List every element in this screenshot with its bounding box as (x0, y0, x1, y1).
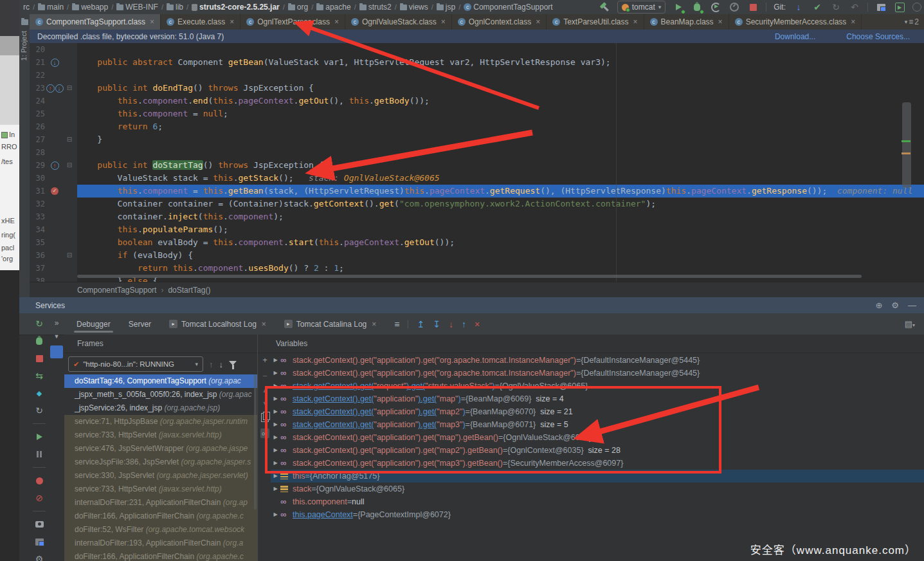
drop-frame-icon[interactable] (34, 475, 44, 486)
layout-icon[interactable] (34, 537, 44, 547)
expand-arrow-icon[interactable]: ▶ (271, 354, 280, 367)
variable-row[interactable]: ▶∞stack.getContext().get("application").… (271, 457, 924, 470)
fold-icon[interactable]: ⊟ (64, 133, 75, 146)
variable-row[interactable]: ▶stack = {OgnlValueStack@6065} (271, 483, 924, 495)
variable-row[interactable]: ▶∞stack.getContext().get("application").… (271, 444, 924, 457)
code-line[interactable]: 24 this.component.end(this.pageContext.g… (30, 95, 924, 107)
expand-arrow-icon[interactable]: ▶ (271, 470, 280, 483)
variable-row[interactable]: ▶∞stack.getContext().get("application").… (271, 405, 924, 418)
editor-tab[interactable]: OgnlValueStack.class× (345, 14, 452, 30)
code-editor[interactable]: 2021↓ public abstract Component getBean(… (30, 43, 924, 282)
clear-log-icon[interactable]: × (475, 319, 480, 329)
minimize-icon[interactable]: — (908, 300, 916, 310)
close-icon[interactable]: × (633, 17, 638, 26)
override-icon[interactable]: ↑ (46, 84, 55, 93)
code-line[interactable]: 26 return 6; (30, 120, 924, 133)
code-line[interactable]: 23↑↓⊟ public int doEndTag() throws JspEx… (30, 82, 924, 95)
remove-watch-icon[interactable]: − (262, 371, 267, 381)
thread-selector[interactable]: ✔ "http-nio-80...in": RUNNING ▾ (68, 356, 203, 372)
fold-icon[interactable]: ⊟ (64, 159, 75, 172)
frame-down-icon[interactable]: ↓ (219, 360, 224, 369)
service-tab[interactable]: Debugger (68, 313, 120, 335)
close-icon[interactable]: × (441, 17, 446, 26)
code-line[interactable]: 34 this.populateParams(); (30, 223, 924, 236)
frame-row[interactable]: internalDoFilter:193, ApplicationFilterC… (64, 537, 257, 550)
mute-breakpoints-icon[interactable]: ⊘ (34, 493, 44, 503)
variable-row[interactable]: ▶∞stack.getContext().get("application").… (271, 418, 924, 431)
settings-gear-icon[interactable]: ⚙ (34, 554, 44, 561)
search-everywhere-icon[interactable] (912, 3, 921, 12)
variable-row[interactable]: ▶this = {AnchorTag@5175} (271, 470, 924, 483)
breadcrumb-item[interactable]: struts2 (359, 3, 392, 12)
frame-row[interactable]: _jspx_meth_s_005fa_005f0:26, index_jsp (… (64, 388, 257, 401)
code-line[interactable]: 20 (30, 43, 924, 56)
hidden-actions-icon[interactable]: » (55, 318, 59, 327)
expand-arrow-icon[interactable]: ▶ (271, 444, 280, 457)
stop-icon[interactable] (34, 353, 44, 363)
upload-icon[interactable]: ↑ (462, 319, 466, 329)
move-down-icon[interactable]: ▼ (262, 400, 268, 407)
hidden-tabs-indicator[interactable]: ▾≡2 (900, 14, 924, 30)
gear-icon[interactable]: ⚙ (891, 300, 899, 310)
choose-sources-link[interactable]: Choose Sources... (846, 32, 910, 41)
expand-arrow-icon[interactable]: ▶ (271, 392, 280, 405)
code-line[interactable]: 27⊟ } (30, 133, 924, 146)
download-link[interactable]: Download... (775, 32, 815, 41)
git-update-icon[interactable]: ↓ (793, 1, 804, 13)
code-line[interactable]: 29↑⊟ public int doStartTag() throws JspE… (30, 159, 924, 172)
debug-button[interactable] (691, 1, 703, 13)
run-configuration-select[interactable]: tomcat ▾ (617, 1, 666, 14)
rerun-debug-icon[interactable] (34, 336, 44, 346)
close-icon[interactable]: × (230, 17, 234, 26)
variable-row[interactable]: ▶∞this.pageContext = {PageContextImpl@60… (271, 508, 924, 521)
close-icon[interactable]: × (718, 17, 723, 26)
frame-row[interactable]: service:733, HttpServlet (javax.servlet.… (64, 483, 257, 496)
close-icon[interactable]: × (262, 320, 266, 329)
run-anything-icon[interactable]: ▶ (894, 1, 905, 13)
run-button[interactable] (673, 1, 684, 13)
variable-row[interactable]: ∞this.component = null (271, 495, 924, 508)
breadcrumb-item[interactable]: org (288, 3, 308, 12)
coverage-button[interactable] (710, 1, 721, 13)
vertical-scrollbar[interactable] (902, 102, 911, 188)
breadcrumb-class[interactable]: ComponentTagSupport (77, 286, 156, 295)
breadcrumb-item[interactable]: ComponentTagSupport (464, 3, 552, 12)
breadcrumb-item[interactable]: webapp (72, 3, 108, 12)
layout-icon[interactable] (875, 1, 887, 13)
filter-icon[interactable] (229, 361, 237, 365)
close-icon[interactable]: × (851, 17, 855, 26)
add-watch-icon[interactable]: + (262, 355, 267, 365)
fold-icon[interactable]: ⊟ (64, 82, 75, 95)
breadcrumb-method[interactable]: doStartTag() (168, 286, 210, 295)
close-icon[interactable]: × (334, 17, 339, 26)
frame-row[interactable]: doFilter:166, ApplicationFilterChain (or… (64, 510, 257, 523)
breakpoint-icon[interactable]: ✓ (51, 187, 59, 195)
frame-row[interactable]: doFilter:166, ApplicationFilterChain (or… (64, 550, 257, 561)
editor-tab[interactable]: ComponentTagSupport.class× (30, 14, 161, 30)
service-tab[interactable]: ▸Tomcat Localhost Log× (160, 313, 275, 335)
stop-button[interactable] (747, 1, 759, 13)
code-line[interactable]: 31✓ this.component = this.getBean(stack,… (30, 185, 924, 198)
expand-arrow-icon[interactable]: ▶ (271, 431, 280, 444)
view-breakpoints-icon[interactable]: ◆ (34, 388, 44, 398)
download-log-icon[interactable]: ↓ (449, 319, 453, 329)
close-icon[interactable]: × (536, 17, 540, 26)
frame-row[interactable]: doFilter:52, WsFilter (org.apache.tomcat… (64, 523, 257, 537)
variable-row[interactable]: ▶∞stack.getContext().get("application").… (271, 392, 924, 405)
service-tab[interactable]: Server (120, 313, 160, 335)
expand-arrow-icon[interactable]: ▶ (271, 457, 280, 470)
breadcrumb-item[interactable]: rc (23, 3, 30, 12)
frame-row[interactable]: service:476, JspServletWrapper (org.apac… (64, 442, 257, 455)
code-line[interactable]: 32 Container container = (Container)stac… (30, 198, 924, 210)
frame-row[interactable]: _jspService:26, index_jsp (org.apache.js… (64, 401, 257, 415)
editor-tab[interactable]: TextParseUtil.class× (547, 14, 644, 30)
expand-arrow-icon[interactable]: ▶ (271, 367, 280, 380)
soft-wrap-icon[interactable]: ≡ (394, 319, 399, 329)
thread-dump-icon[interactable] (34, 519, 44, 529)
variable-row[interactable]: ▶∞stack.getContext().get("application").… (271, 367, 924, 380)
implement-icon[interactable]: ↓ (55, 84, 64, 93)
expand-arrow-icon[interactable]: ▶ (271, 418, 280, 431)
variable-row[interactable]: ▶∞stack.getContext().get("application").… (271, 431, 924, 444)
code-line[interactable]: 37 return this.component.usesBody() ? 2 … (30, 262, 924, 275)
service-tab[interactable]: ▸Tomcat Catalina Log× (275, 313, 385, 335)
